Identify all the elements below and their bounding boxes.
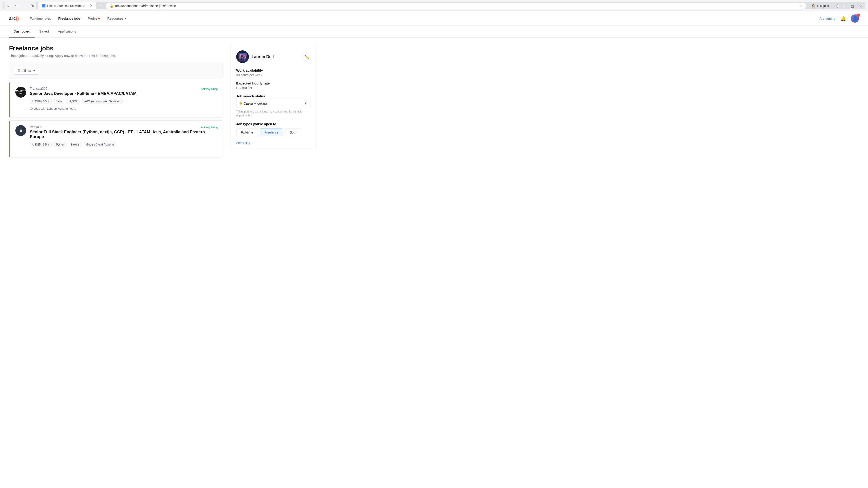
browser-tab-active[interactable]: Hire Top Remote Software Dev... ✕ (38, 2, 96, 9)
nav-controls: ⌄ ← → ↻ (4, 2, 36, 9)
job-search-dropdown[interactable]: Casually looking ▼ (236, 99, 311, 108)
job-search-section: Job search status Casually looking ▼ Tal… (236, 94, 311, 118)
profile-card: 🌆 Lauren Deli ✏️ Work availability 30 ho… (230, 45, 316, 150)
profile-user: 🌆 Lauren Deli (236, 51, 274, 63)
job-1-overlap: Overlap with London working hours (30, 107, 218, 110)
company-logo-transact365: TRANSACT365 (16, 87, 26, 98)
browser-tab-bar: ⌄ ← → ↻ Hire Top Remote Software Dev... … (3, 2, 865, 9)
work-availability-section: Work availability 30 hours per week (236, 68, 311, 77)
tab-close-btn[interactable]: ✕ (90, 4, 93, 7)
tab-title: Hire Top Remote Software Dev... (47, 4, 88, 7)
profile-avatar: 🌆 (236, 51, 249, 63)
incognito-label: Incognito (817, 4, 829, 7)
status-dot (240, 102, 242, 105)
top-nav: arc() Full-time roles Freelance jobs Pro… (0, 11, 868, 26)
tab-favicon (42, 4, 45, 7)
penyo-logo-icon: ⠿ (20, 128, 22, 133)
transact365-logo-text: TRANSACT365 (16, 90, 26, 94)
nav-links: Full-time roles Freelance jobs Profile R… (30, 17, 127, 20)
filters-chevron-icon: ▼ (33, 69, 35, 72)
address-bar-icons: ☆ (800, 4, 802, 8)
profile-notification-dot (98, 18, 100, 20)
status-indicator: Casually looking (240, 102, 267, 105)
edit-profile-btn[interactable]: ✏️ (303, 53, 311, 61)
job-type-fulltime-btn[interactable]: Full-time (236, 129, 258, 136)
job-2-hiring-badge: Actively hiring (201, 126, 218, 129)
job-2-company-row: Penyo AI Actively hiring (30, 125, 218, 130)
job-types-label: Job types you're open to (236, 122, 311, 126)
job-type-buttons: Full-time Freelance Both (236, 129, 311, 136)
nav-profile[interactable]: Profile (88, 17, 100, 20)
avatar-wrapper[interactable]: 👤 1 (851, 14, 859, 23)
back-btn[interactable]: ← (13, 2, 20, 9)
browser-menu-btn[interactable]: ⋮ (834, 2, 841, 9)
expected-rate-section: Expected hourly rate US $50 / hr (236, 81, 311, 90)
dropdown-nav-btn[interactable]: ⌄ (4, 2, 12, 9)
profile-name: Lauren Deli (252, 55, 274, 59)
nav-full-time[interactable]: Full-time roles (30, 17, 51, 20)
maximize-btn[interactable]: ◻ (849, 3, 855, 9)
arc-vetting-link[interactable]: Arc vetting (819, 17, 835, 20)
main-content: Freelance jobs These jobs are actively h… (0, 37, 326, 167)
job-1-tag-aws: AWS (Amazon Web Services) (82, 99, 123, 104)
job-1-tag-java: Java (54, 99, 64, 104)
page-title: Freelance jobs (9, 45, 223, 52)
notification-btn[interactable]: 🔔 (839, 14, 847, 23)
job-1-tags: US$30 - 55/hr Java MySQL AWS (Amazon Web… (30, 99, 218, 104)
address-input[interactable] (115, 4, 798, 8)
job-1-tag-mysql: MySQL (66, 99, 80, 104)
job-type-freelance-btn[interactable]: Freelance (260, 129, 283, 136)
lock-icon: 🔒 (110, 4, 114, 8)
job-types-section: Job types you're open to Full-time Freel… (236, 122, 311, 136)
sidebar: 🌆 Lauren Deli ✏️ Work availability 30 ho… (230, 45, 316, 160)
profile-card-header: 🌆 Lauren Deli ✏️ (236, 51, 311, 63)
job-1-info: Transact365 Actively hiring Senior Java … (30, 87, 218, 110)
job-2-tag-nextjs: Next.js (69, 142, 82, 147)
work-availability-value: 30 hours per week (236, 73, 311, 77)
company-logo-penyo: ⠿ (16, 125, 26, 136)
job-card-2-header: ⠿ Penyo AI Actively hiring Senior Full S… (16, 125, 218, 150)
close-btn[interactable]: ✕ (857, 3, 864, 9)
expected-rate-label: Expected hourly rate (236, 81, 311, 85)
filters-bar: ☰ Filters ▼ (9, 63, 223, 78)
address-bar[interactable]: 🔒 ☆ (106, 2, 807, 9)
tab-saved[interactable]: Saved (35, 26, 53, 37)
bell-icon: 🔔 (840, 16, 846, 21)
arc-vetting-sidebar-text[interactable]: Arc vetting (236, 141, 250, 144)
job-2-company-name: Penyo AI (30, 125, 42, 129)
filter-icon: ☰ (18, 69, 21, 72)
browser-actions: 🕵 Incognito ⋮ (809, 2, 841, 9)
forward-btn[interactable]: → (21, 2, 28, 9)
job-card-2[interactable]: ⠿ Penyo AI Actively hiring Senior Full S… (9, 121, 223, 158)
window-controls: − ◻ ✕ (841, 3, 864, 9)
job-1-hiring-badge: Actively hiring (201, 88, 218, 91)
job-card-1-header: TRANSACT365 Transact365 Actively hiring … (16, 87, 218, 110)
new-tab-btn[interactable]: + (97, 3, 103, 9)
minimize-btn[interactable]: − (841, 3, 847, 9)
refresh-btn[interactable]: ↻ (29, 2, 36, 9)
profile-label: Profile (88, 17, 97, 20)
nav-freelance-jobs[interactable]: Freelance jobs (58, 17, 81, 20)
job-2-info: Penyo AI Actively hiring Senior Full Sta… (30, 125, 218, 150)
tab-dashboard[interactable]: Dashboard (9, 26, 35, 37)
incognito-icon: 🕵 (812, 4, 815, 7)
nav-resources[interactable]: Resources ▼ (107, 17, 127, 20)
status-description: Talent partners and clients may contact … (236, 110, 311, 118)
work-availability-label: Work availability (236, 68, 311, 72)
status-chevron-icon: ▼ (304, 101, 307, 105)
job-1-company-row: Transact365 Actively hiring (30, 87, 218, 91)
job-search-label: Job search status (236, 94, 311, 98)
job-1-company-name: Transact365 (30, 87, 47, 90)
filters-btn[interactable]: ☰ Filters ▼ (14, 67, 39, 74)
job-card-1[interactable]: TRANSACT365 Transact365 Actively hiring … (9, 82, 223, 118)
job-1-title: Senior Java Developer - Full-time - EMEA… (30, 91, 218, 96)
bookmark-icon[interactable]: ☆ (800, 4, 802, 8)
job-search-status-text: Casually looking (244, 102, 267, 105)
job-type-both-btn[interactable]: Both (285, 129, 301, 136)
edit-icon: ✏️ (305, 55, 309, 59)
resources-label: Resources (107, 17, 123, 20)
logo: arc() (9, 16, 19, 21)
logo-paren: () (16, 16, 19, 21)
tab-applications[interactable]: Applications (53, 26, 81, 37)
incognito-badge: 🕵 Incognito (809, 3, 832, 8)
